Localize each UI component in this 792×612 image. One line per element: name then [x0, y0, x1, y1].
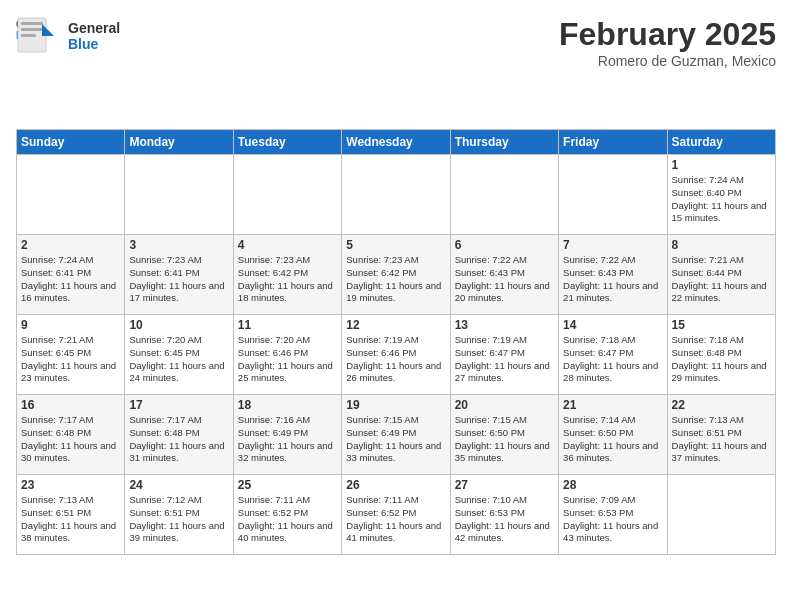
- calendar-cell: [559, 155, 667, 235]
- calendar-title: February 2025: [559, 16, 776, 53]
- day-info: Sunrise: 7:16 AM Sunset: 6:49 PM Dayligh…: [238, 414, 337, 465]
- day-info: Sunrise: 7:12 AM Sunset: 6:51 PM Dayligh…: [129, 494, 228, 545]
- calendar-week-row: 16Sunrise: 7:17 AM Sunset: 6:48 PM Dayli…: [17, 395, 776, 475]
- calendar-header-row: SundayMondayTuesdayWednesdayThursdayFrid…: [17, 130, 776, 155]
- day-info: Sunrise: 7:09 AM Sunset: 6:53 PM Dayligh…: [563, 494, 662, 545]
- day-number: 7: [563, 238, 662, 252]
- day-info: Sunrise: 7:21 AM Sunset: 6:44 PM Dayligh…: [672, 254, 771, 305]
- svg-rect-5: [21, 28, 43, 31]
- day-info: Sunrise: 7:23 AM Sunset: 6:42 PM Dayligh…: [346, 254, 445, 305]
- day-number: 11: [238, 318, 337, 332]
- col-header-tuesday: Tuesday: [233, 130, 341, 155]
- calendar-cell: [342, 155, 450, 235]
- day-number: 24: [129, 478, 228, 492]
- calendar-cell: 20Sunrise: 7:15 AM Sunset: 6:50 PM Dayli…: [450, 395, 558, 475]
- day-info: Sunrise: 7:17 AM Sunset: 6:48 PM Dayligh…: [21, 414, 120, 465]
- col-header-sunday: Sunday: [17, 130, 125, 155]
- calendar-week-row: 9Sunrise: 7:21 AM Sunset: 6:45 PM Daylig…: [17, 315, 776, 395]
- svg-rect-4: [21, 22, 43, 25]
- day-number: 4: [238, 238, 337, 252]
- day-number: 15: [672, 318, 771, 332]
- day-info: Sunrise: 7:11 AM Sunset: 6:52 PM Dayligh…: [238, 494, 337, 545]
- day-info: Sunrise: 7:20 AM Sunset: 6:46 PM Dayligh…: [238, 334, 337, 385]
- day-number: 28: [563, 478, 662, 492]
- day-number: 1: [672, 158, 771, 172]
- calendar-cell: 21Sunrise: 7:14 AM Sunset: 6:50 PM Dayli…: [559, 395, 667, 475]
- day-info: Sunrise: 7:18 AM Sunset: 6:48 PM Dayligh…: [672, 334, 771, 385]
- calendar-cell: 4Sunrise: 7:23 AM Sunset: 6:42 PM Daylig…: [233, 235, 341, 315]
- col-header-thursday: Thursday: [450, 130, 558, 155]
- day-number: 22: [672, 398, 771, 412]
- day-info: Sunrise: 7:13 AM Sunset: 6:51 PM Dayligh…: [672, 414, 771, 465]
- logo-text-general: General: [68, 20, 120, 36]
- day-info: Sunrise: 7:19 AM Sunset: 6:47 PM Dayligh…: [455, 334, 554, 385]
- day-info: Sunrise: 7:19 AM Sunset: 6:46 PM Dayligh…: [346, 334, 445, 385]
- calendar-cell: 2Sunrise: 7:24 AM Sunset: 6:41 PM Daylig…: [17, 235, 125, 315]
- calendar-week-row: 2Sunrise: 7:24 AM Sunset: 6:41 PM Daylig…: [17, 235, 776, 315]
- col-header-monday: Monday: [125, 130, 233, 155]
- day-info: Sunrise: 7:13 AM Sunset: 6:51 PM Dayligh…: [21, 494, 120, 545]
- svg-rect-6: [21, 34, 36, 37]
- calendar-cell: 26Sunrise: 7:11 AM Sunset: 6:52 PM Dayli…: [342, 475, 450, 555]
- calendar-cell: 27Sunrise: 7:10 AM Sunset: 6:53 PM Dayli…: [450, 475, 558, 555]
- day-info: Sunrise: 7:18 AM Sunset: 6:47 PM Dayligh…: [563, 334, 662, 385]
- calendar-cell: 25Sunrise: 7:11 AM Sunset: 6:52 PM Dayli…: [233, 475, 341, 555]
- calendar-subtitle: Romero de Guzman, Mexico: [559, 53, 776, 69]
- logo-text-blue: Blue: [68, 36, 120, 52]
- calendar-week-row: 1Sunrise: 7:24 AM Sunset: 6:40 PM Daylig…: [17, 155, 776, 235]
- day-number: 6: [455, 238, 554, 252]
- day-number: 13: [455, 318, 554, 332]
- col-header-wednesday: Wednesday: [342, 130, 450, 155]
- calendar-cell: 9Sunrise: 7:21 AM Sunset: 6:45 PM Daylig…: [17, 315, 125, 395]
- day-number: 27: [455, 478, 554, 492]
- day-number: 18: [238, 398, 337, 412]
- logo-svg: [16, 16, 64, 56]
- day-number: 2: [21, 238, 120, 252]
- day-info: Sunrise: 7:20 AM Sunset: 6:45 PM Dayligh…: [129, 334, 228, 385]
- calendar-cell: 12Sunrise: 7:19 AM Sunset: 6:46 PM Dayli…: [342, 315, 450, 395]
- day-number: 10: [129, 318, 228, 332]
- day-number: 3: [129, 238, 228, 252]
- calendar-cell: [17, 155, 125, 235]
- calendar-week-row: 23Sunrise: 7:13 AM Sunset: 6:51 PM Dayli…: [17, 475, 776, 555]
- calendar-cell: [450, 155, 558, 235]
- day-info: Sunrise: 7:14 AM Sunset: 6:50 PM Dayligh…: [563, 414, 662, 465]
- col-header-saturday: Saturday: [667, 130, 775, 155]
- calendar-cell: 10Sunrise: 7:20 AM Sunset: 6:45 PM Dayli…: [125, 315, 233, 395]
- calendar-cell: [667, 475, 775, 555]
- calendar-cell: 19Sunrise: 7:15 AM Sunset: 6:49 PM Dayli…: [342, 395, 450, 475]
- day-number: 12: [346, 318, 445, 332]
- day-number: 19: [346, 398, 445, 412]
- calendar-cell: 13Sunrise: 7:19 AM Sunset: 6:47 PM Dayli…: [450, 315, 558, 395]
- day-info: Sunrise: 7:24 AM Sunset: 6:40 PM Dayligh…: [672, 174, 771, 225]
- calendar-cell: 14Sunrise: 7:18 AM Sunset: 6:47 PM Dayli…: [559, 315, 667, 395]
- calendar-cell: [233, 155, 341, 235]
- calendar-cell: 3Sunrise: 7:23 AM Sunset: 6:41 PM Daylig…: [125, 235, 233, 315]
- calendar-cell: 23Sunrise: 7:13 AM Sunset: 6:51 PM Dayli…: [17, 475, 125, 555]
- page-header: General Blue February 2025 Romero de Guz…: [16, 16, 776, 69]
- col-header-friday: Friday: [559, 130, 667, 155]
- day-number: 17: [129, 398, 228, 412]
- day-info: Sunrise: 7:23 AM Sunset: 6:41 PM Dayligh…: [129, 254, 228, 305]
- day-number: 14: [563, 318, 662, 332]
- day-number: 9: [21, 318, 120, 332]
- logo-container: General Blue: [16, 16, 120, 56]
- calendar-cell: [125, 155, 233, 235]
- day-info: Sunrise: 7:22 AM Sunset: 6:43 PM Dayligh…: [563, 254, 662, 305]
- day-info: Sunrise: 7:15 AM Sunset: 6:49 PM Dayligh…: [346, 414, 445, 465]
- day-info: Sunrise: 7:21 AM Sunset: 6:45 PM Dayligh…: [21, 334, 120, 385]
- day-info: Sunrise: 7:15 AM Sunset: 6:50 PM Dayligh…: [455, 414, 554, 465]
- day-number: 25: [238, 478, 337, 492]
- calendar-cell: 1Sunrise: 7:24 AM Sunset: 6:40 PM Daylig…: [667, 155, 775, 235]
- calendar-cell: 18Sunrise: 7:16 AM Sunset: 6:49 PM Dayli…: [233, 395, 341, 475]
- day-number: 20: [455, 398, 554, 412]
- calendar-table: SundayMondayTuesdayWednesdayThursdayFrid…: [16, 129, 776, 555]
- calendar-cell: 7Sunrise: 7:22 AM Sunset: 6:43 PM Daylig…: [559, 235, 667, 315]
- day-number: 26: [346, 478, 445, 492]
- calendar-cell: 8Sunrise: 7:21 AM Sunset: 6:44 PM Daylig…: [667, 235, 775, 315]
- calendar-cell: 24Sunrise: 7:12 AM Sunset: 6:51 PM Dayli…: [125, 475, 233, 555]
- day-number: 8: [672, 238, 771, 252]
- day-info: Sunrise: 7:10 AM Sunset: 6:53 PM Dayligh…: [455, 494, 554, 545]
- day-number: 5: [346, 238, 445, 252]
- day-info: Sunrise: 7:24 AM Sunset: 6:41 PM Dayligh…: [21, 254, 120, 305]
